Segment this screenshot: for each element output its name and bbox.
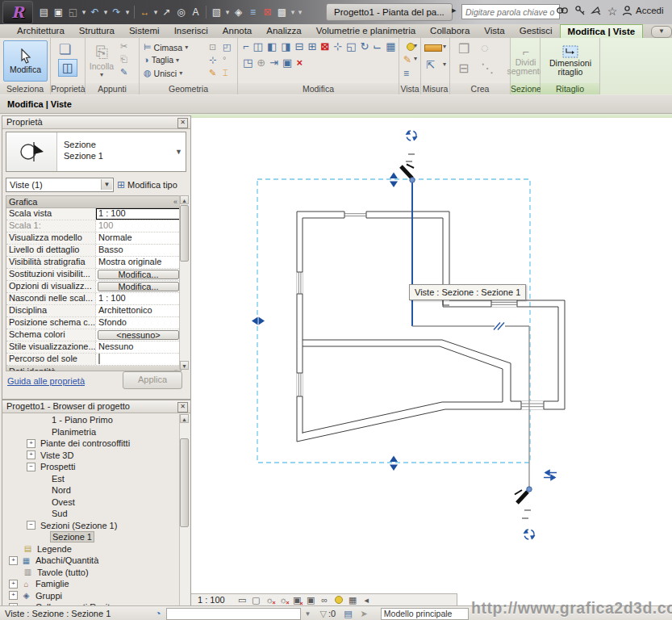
- paste-button[interactable]: ⎘ Incolla ▾: [90, 40, 114, 81]
- type-selector-dropdown-icon[interactable]: ▼: [175, 148, 186, 156]
- property-value[interactable]: Mostra originale: [96, 257, 181, 268]
- misura-dropdown1-icon[interactable]: ▾: [443, 43, 446, 50]
- create-parts-icon[interactable]: ⋱: [481, 61, 494, 76]
- tree-item-tavole[interactable]: ▥Tavole (tutto): [4, 567, 179, 579]
- tab-annota[interactable]: Annota: [215, 24, 259, 38]
- gap-symbol[interactable]: [494, 323, 504, 330]
- favorites-star-icon[interactable]: ☆: [605, 5, 620, 19]
- transfer-icon[interactable]: ◱: [66, 5, 80, 19]
- ribbon-state-toggle-icon[interactable]: ▼: [651, 26, 672, 38]
- tab-collabora[interactable]: Collabora: [423, 24, 477, 38]
- left-handle-right-icon[interactable]: [259, 317, 265, 325]
- expander-icon[interactable]: +: [27, 450, 35, 459]
- element-filter-dropdown-icon[interactable]: ▼: [101, 179, 112, 190]
- sun-path-checkbox[interactable]: [98, 354, 100, 364]
- expander-icon[interactable]: −: [27, 521, 35, 530]
- help-search-input[interactable]: [461, 4, 560, 19]
- demolish-hammer-icon[interactable]: ⌶: [223, 68, 228, 78]
- split-gap-icon[interactable]: ⊞: [307, 40, 316, 52]
- tree-item-abachi[interactable]: +▦Abachi/Quantità: [4, 555, 179, 567]
- thin-lines-icon[interactable]: ≡: [246, 5, 260, 19]
- mirror-draw-icon[interactable]: ◨: [281, 40, 290, 52]
- edit-type-button[interactable]: ⊞ Modifica tipo: [117, 178, 177, 192]
- property-row[interactable]: Livello di dettaglioBasso: [6, 245, 181, 257]
- property-row[interactable]: Schema colori<nessuno>: [6, 329, 181, 341]
- array-icon[interactable]: ▦: [386, 40, 395, 52]
- collapse-group-icon[interactable]: «: [173, 196, 177, 207]
- tree-item-ovest[interactable]: Ovest: [4, 496, 179, 509]
- redo-icon[interactable]: ↷: [110, 5, 123, 19]
- section-line[interactable]: [401, 154, 532, 518]
- property-value[interactable]: Architettonico: [96, 305, 181, 316]
- expander-icon[interactable]: +: [9, 580, 18, 589]
- design-option-combo[interactable]: Modello principale: [381, 608, 469, 620]
- bottom-handle-down-icon[interactable]: [390, 465, 398, 471]
- worksets-combo[interactable]: ▼: [166, 608, 301, 620]
- copy-element-icon[interactable]: ◱: [346, 40, 356, 52]
- tree-item-famiglie[interactable]: +⌂Famiglie: [4, 578, 179, 590]
- vista-dropdown2-icon[interactable]: ▾: [414, 55, 417, 62]
- property-value[interactable]: Sfondo: [96, 317, 181, 329]
- open-icon[interactable]: ▤: [37, 5, 51, 19]
- subscription-key-icon[interactable]: [573, 5, 587, 19]
- tab-struttura[interactable]: Struttura: [72, 24, 122, 38]
- panel-label-seleziona[interactable]: Seleziona: [0, 83, 50, 94]
- tab-analizza[interactable]: Analizza: [259, 24, 308, 38]
- linework-icon[interactable]: ≡: [403, 68, 409, 79]
- property-value[interactable]: 1 : 100: [96, 293, 181, 304]
- tab-modifica-viste[interactable]: Modifica | Viste: [560, 24, 644, 38]
- align-icon[interactable]: ⌐: [243, 40, 249, 52]
- 3d-view-dropdown-icon[interactable]: ▾: [224, 5, 231, 19]
- override-brush-icon[interactable]: ✎: [403, 54, 411, 65]
- application-menu-button[interactable]: R: [2, 1, 33, 24]
- transfer-dropdown-icon[interactable]: ▾: [81, 5, 87, 19]
- scale-icon[interactable]: ◳: [243, 57, 253, 69]
- panel-label-modifica[interactable]: Modifica: [238, 83, 399, 94]
- group-grafica[interactable]: Grafica«: [6, 196, 181, 208]
- property-row[interactable]: Percorso del sole: [6, 354, 181, 366]
- filter-funnel-icon[interactable]: ▽: [320, 609, 327, 619]
- windows[interactable]: [297, 211, 545, 410]
- copy-icon[interactable]: ⎗: [120, 54, 127, 65]
- panel-label-ritaglio[interactable]: Ritaglio: [541, 83, 599, 94]
- expander-icon[interactable]: −: [27, 463, 35, 471]
- property-row[interactable]: Stile visualizzazione...Nessuno: [6, 341, 181, 354]
- property-row[interactable]: Sostituzioni visibilit...Modifica...: [6, 269, 181, 281]
- type-selector[interactable]: Sezione Sezione 1 ▼: [6, 132, 186, 172]
- detail-line-icon[interactable]: ↗: [160, 5, 173, 19]
- flip-section-icon[interactable]: [544, 471, 557, 480]
- dimension-dropdown-icon[interactable]: ▾: [152, 5, 159, 19]
- detail-level-icon[interactable]: ▭: [236, 595, 248, 605]
- customize-qat-icon[interactable]: ▾: [297, 5, 303, 19]
- search-icon[interactable]: [555, 5, 570, 19]
- tree-item-sud[interactable]: Sud: [4, 508, 179, 520]
- collapse-bar-icon[interactable]: ◂: [361, 595, 373, 605]
- tree-item-sezioni[interactable]: −Sezioni (Sezione 1): [4, 520, 179, 532]
- join-geometry-button[interactable]: ◍ Unisci▾: [144, 68, 182, 78]
- browser-scrollbar[interactable]: ▲ ▼: [179, 414, 190, 620]
- tree-item-legende[interactable]: ▤Legende: [4, 543, 179, 555]
- drag-handles[interactable]: [252, 173, 398, 471]
- crop-view-icon[interactable]: ▣×: [291, 595, 303, 605]
- worksets-dropdown-icon[interactable]: ▼: [305, 610, 311, 618]
- property-row[interactable]: Visualizza modelloNormale: [6, 232, 181, 245]
- edit-display-options-button[interactable]: Modifica...: [98, 282, 179, 291]
- pin-icon[interactable]: ⊕: [257, 57, 265, 69]
- split-face-icon[interactable]: ⊹: [209, 55, 216, 65]
- color-scheme-button[interactable]: <nessuno>: [98, 330, 179, 340]
- beam-joins-icon[interactable]: ◰: [223, 42, 231, 52]
- property-row[interactable]: DisciplinaArchitettonico: [6, 305, 181, 317]
- scroll-up-icon[interactable]: ▲: [180, 195, 189, 204]
- panel-label-misura[interactable]: Misura: [421, 83, 449, 94]
- switch-windows-icon[interactable]: ▩: [275, 5, 289, 19]
- plan-drawing[interactable]: [190, 118, 672, 605]
- scroll-up-icon[interactable]: ▲: [180, 414, 189, 423]
- tab-vista[interactable]: Vista: [477, 24, 511, 38]
- scroll-down-icon[interactable]: ▼: [180, 361, 189, 370]
- tree-item-planimetria[interactable]: Planimetria: [4, 426, 179, 438]
- tab-volumetrie[interactable]: Volumetrie e planimetria: [309, 24, 423, 38]
- expander-icon[interactable]: +: [27, 439, 35, 448]
- unjoin-icon[interactable]: °: [223, 55, 226, 65]
- text-icon[interactable]: A: [189, 5, 202, 19]
- property-value[interactable]: Nessuno: [96, 341, 181, 353]
